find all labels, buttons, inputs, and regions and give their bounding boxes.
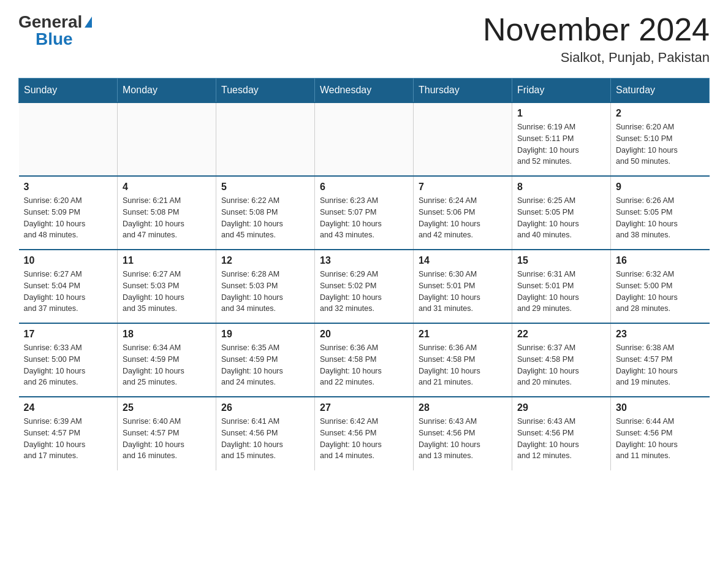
calendar-cell: 4Sunrise: 6:21 AMSunset: 5:08 PMDaylight… <box>118 176 216 250</box>
day-info: Sunrise: 6:20 AMSunset: 5:09 PMDaylight:… <box>24 195 113 241</box>
calendar-cell: 27Sunrise: 6:42 AMSunset: 4:56 PMDayligh… <box>315 397 414 470</box>
day-number: 24 <box>24 402 113 413</box>
day-info: Sunrise: 6:43 AMSunset: 4:56 PMDaylight:… <box>419 416 507 462</box>
calendar-week-3: 10Sunrise: 6:27 AMSunset: 5:04 PMDayligh… <box>19 250 710 323</box>
day-info: Sunrise: 6:21 AMSunset: 5:08 PMDaylight:… <box>123 195 211 241</box>
calendar-cell: 29Sunrise: 6:43 AMSunset: 4:56 PMDayligh… <box>512 397 611 470</box>
day-info: Sunrise: 6:28 AMSunset: 5:03 PMDaylight:… <box>221 269 309 315</box>
calendar-cell: 22Sunrise: 6:37 AMSunset: 4:58 PMDayligh… <box>512 323 611 397</box>
day-info: Sunrise: 6:37 AMSunset: 4:58 PMDaylight:… <box>517 342 605 388</box>
calendar-cell: 26Sunrise: 6:41 AMSunset: 4:56 PMDayligh… <box>216 397 315 470</box>
day-info: Sunrise: 6:39 AMSunset: 4:57 PMDaylight:… <box>24 416 113 462</box>
calendar-cell: 17Sunrise: 6:33 AMSunset: 5:00 PMDayligh… <box>19 323 118 397</box>
day-number: 3 <box>24 182 113 193</box>
calendar-cell <box>414 102 512 176</box>
calendar-week-2: 3Sunrise: 6:20 AMSunset: 5:09 PMDaylight… <box>19 176 710 250</box>
day-number: 5 <box>221 182 309 193</box>
calendar-cell: 1Sunrise: 6:19 AMSunset: 5:11 PMDaylight… <box>512 102 611 176</box>
day-number: 25 <box>123 402 211 413</box>
calendar-cell: 20Sunrise: 6:36 AMSunset: 4:58 PMDayligh… <box>315 323 414 397</box>
subtitle: Sialkot, Punjab, Pakistan <box>483 50 710 66</box>
day-number: 22 <box>517 329 605 340</box>
day-info: Sunrise: 6:43 AMSunset: 4:56 PMDaylight:… <box>517 416 605 462</box>
title-area: November 2024 Sialkot, Punjab, Pakistan <box>483 12 710 66</box>
day-info: Sunrise: 6:36 AMSunset: 4:58 PMDaylight:… <box>419 342 507 388</box>
calendar-cell <box>216 102 315 176</box>
calendar-cell: 6Sunrise: 6:23 AMSunset: 5:07 PMDaylight… <box>315 176 414 250</box>
calendar-cell: 28Sunrise: 6:43 AMSunset: 4:56 PMDayligh… <box>414 397 512 470</box>
calendar-cell: 12Sunrise: 6:28 AMSunset: 5:03 PMDayligh… <box>216 250 315 323</box>
day-number: 4 <box>123 182 211 193</box>
header-row: SundayMondayTuesdayWednesdayThursdayFrid… <box>19 79 710 103</box>
day-info: Sunrise: 6:33 AMSunset: 5:00 PMDaylight:… <box>24 342 113 388</box>
day-info: Sunrise: 6:27 AMSunset: 5:04 PMDaylight:… <box>24 269 113 315</box>
day-number: 9 <box>616 182 705 193</box>
day-info: Sunrise: 6:24 AMSunset: 5:06 PMDaylight:… <box>419 195 507 241</box>
day-number: 30 <box>616 402 705 413</box>
day-number: 14 <box>419 255 507 266</box>
day-info: Sunrise: 6:23 AMSunset: 5:07 PMDaylight:… <box>320 195 408 241</box>
day-number: 21 <box>419 329 507 340</box>
calendar-cell: 3Sunrise: 6:20 AMSunset: 5:09 PMDaylight… <box>19 176 118 250</box>
day-info: Sunrise: 6:41 AMSunset: 4:56 PMDaylight:… <box>221 416 309 462</box>
day-number: 11 <box>123 255 211 266</box>
calendar-header: SundayMondayTuesdayWednesdayThursdayFrid… <box>19 79 710 103</box>
header-day-saturday: Saturday <box>611 79 710 103</box>
calendar-cell: 24Sunrise: 6:39 AMSunset: 4:57 PMDayligh… <box>19 397 118 470</box>
calendar-body: 1Sunrise: 6:19 AMSunset: 5:11 PMDaylight… <box>19 102 710 470</box>
day-info: Sunrise: 6:35 AMSunset: 4:59 PMDaylight:… <box>221 342 309 388</box>
calendar-cell: 9Sunrise: 6:26 AMSunset: 5:05 PMDaylight… <box>611 176 710 250</box>
day-number: 10 <box>24 255 113 266</box>
logo-blue: Blue <box>36 29 73 49</box>
day-number: 13 <box>320 255 408 266</box>
day-number: 18 <box>123 329 211 340</box>
day-info: Sunrise: 6:32 AMSunset: 5:00 PMDaylight:… <box>616 269 705 315</box>
calendar-cell: 2Sunrise: 6:20 AMSunset: 5:10 PMDaylight… <box>611 102 710 176</box>
day-number: 8 <box>517 182 605 193</box>
calendar-table: SundayMondayTuesdayWednesdayThursdayFrid… <box>18 78 710 470</box>
calendar-week-5: 24Sunrise: 6:39 AMSunset: 4:57 PMDayligh… <box>19 397 710 470</box>
calendar-cell: 30Sunrise: 6:44 AMSunset: 4:56 PMDayligh… <box>611 397 710 470</box>
day-info: Sunrise: 6:31 AMSunset: 5:01 PMDaylight:… <box>517 269 605 315</box>
calendar-cell: 10Sunrise: 6:27 AMSunset: 5:04 PMDayligh… <box>19 250 118 323</box>
day-number: 27 <box>320 402 408 413</box>
day-number: 15 <box>517 255 605 266</box>
day-info: Sunrise: 6:22 AMSunset: 5:08 PMDaylight:… <box>221 195 309 241</box>
day-number: 28 <box>419 402 507 413</box>
main-title: November 2024 <box>483 12 710 47</box>
calendar-cell <box>19 102 118 176</box>
day-info: Sunrise: 6:26 AMSunset: 5:05 PMDaylight:… <box>616 195 705 241</box>
header-day-friday: Friday <box>512 79 611 103</box>
day-info: Sunrise: 6:34 AMSunset: 4:59 PMDaylight:… <box>123 342 211 388</box>
day-number: 26 <box>221 402 309 413</box>
day-info: Sunrise: 6:38 AMSunset: 4:57 PMDaylight:… <box>616 342 705 388</box>
day-info: Sunrise: 6:42 AMSunset: 4:56 PMDaylight:… <box>320 416 408 462</box>
header-day-wednesday: Wednesday <box>315 79 414 103</box>
calendar-cell: 15Sunrise: 6:31 AMSunset: 5:01 PMDayligh… <box>512 250 611 323</box>
calendar-cell: 25Sunrise: 6:40 AMSunset: 4:57 PMDayligh… <box>118 397 216 470</box>
calendar-cell: 13Sunrise: 6:29 AMSunset: 5:02 PMDayligh… <box>315 250 414 323</box>
day-info: Sunrise: 6:20 AMSunset: 5:10 PMDaylight:… <box>616 121 705 167</box>
header-day-sunday: Sunday <box>19 79 118 103</box>
header-day-tuesday: Tuesday <box>216 79 315 103</box>
day-number: 16 <box>616 255 705 266</box>
calendar-cell: 5Sunrise: 6:22 AMSunset: 5:08 PMDaylight… <box>216 176 315 250</box>
day-number: 23 <box>616 329 705 340</box>
day-info: Sunrise: 6:36 AMSunset: 4:58 PMDaylight:… <box>320 342 408 388</box>
day-number: 2 <box>616 108 705 119</box>
calendar-cell: 8Sunrise: 6:25 AMSunset: 5:05 PMDaylight… <box>512 176 611 250</box>
calendar-cell <box>315 102 414 176</box>
day-info: Sunrise: 6:25 AMSunset: 5:05 PMDaylight:… <box>517 195 605 241</box>
calendar-cell: 18Sunrise: 6:34 AMSunset: 4:59 PMDayligh… <box>118 323 216 397</box>
calendar-week-4: 17Sunrise: 6:33 AMSunset: 5:00 PMDayligh… <box>19 323 710 397</box>
day-number: 19 <box>221 329 309 340</box>
calendar-cell: 23Sunrise: 6:38 AMSunset: 4:57 PMDayligh… <box>611 323 710 397</box>
day-info: Sunrise: 6:29 AMSunset: 5:02 PMDaylight:… <box>320 269 408 315</box>
day-info: Sunrise: 6:40 AMSunset: 4:57 PMDaylight:… <box>123 416 211 462</box>
calendar-cell <box>118 102 216 176</box>
calendar-cell: 19Sunrise: 6:35 AMSunset: 4:59 PMDayligh… <box>216 323 315 397</box>
header-day-monday: Monday <box>118 79 216 103</box>
day-number: 6 <box>320 182 408 193</box>
logo: General Blue <box>18 12 92 49</box>
calendar-cell: 21Sunrise: 6:36 AMSunset: 4:58 PMDayligh… <box>414 323 512 397</box>
